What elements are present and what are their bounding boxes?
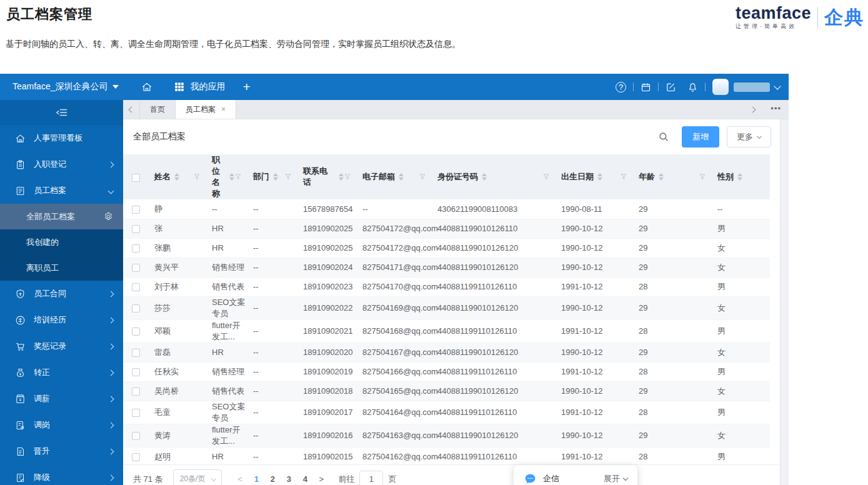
tabs-scroll-right-button[interactable] (744, 108, 761, 112)
goto-page-input[interactable] (359, 471, 383, 485)
row-checkbox[interactable] (132, 264, 140, 272)
cell: 1991-10-12 (555, 319, 632, 342)
table-row[interactable]: 刘于林销售代表--18910902023827504170@qq.com4408… (123, 277, 770, 296)
filter-button[interactable] (344, 173, 351, 181)
sort-carets-icon[interactable] (174, 173, 179, 181)
tab-首页[interactable]: 首页 (139, 100, 176, 119)
filter-button[interactable] (234, 173, 242, 181)
table-row[interactable]: 雷磊HR--18910902020827504167@qq.com4408811… (123, 342, 770, 362)
tabs-more-button[interactable]: ••• (771, 104, 781, 113)
row-checkbox[interactable] (132, 349, 140, 357)
table-row[interactable]: 吴尚桥销售代表--18910902018827504165@qq.com4408… (123, 381, 770, 401)
sidebar-item-调岗[interactable]: 调岗 (0, 412, 123, 438)
sort-carets-icon[interactable] (399, 173, 404, 181)
row-checkbox[interactable] (132, 453, 140, 461)
sidebar-item-转正[interactable]: 转正 (0, 359, 123, 386)
add-button[interactable]: 新增 (682, 126, 719, 148)
tabs-scroll-left-button[interactable] (123, 100, 139, 119)
row-checkbox[interactable] (132, 388, 140, 396)
sidebar-subitem-离职员工[interactable]: 离职员工 (0, 255, 123, 281)
sidebar-item-降级[interactable]: 降级 (0, 464, 123, 485)
page-number-3[interactable]: 3 (281, 474, 297, 484)
sidebar-subitem-我创建的[interactable]: 我创建的 (0, 229, 123, 255)
row-checkbox[interactable] (132, 304, 140, 312)
row-checkbox[interactable] (132, 206, 140, 214)
close-icon[interactable]: × (221, 106, 226, 113)
sidebar-collapse-button[interactable] (0, 100, 123, 125)
filter-button[interactable] (699, 173, 706, 181)
chat-expand-button[interactable]: 展开 (604, 473, 627, 484)
sidebar-subitem-全部员工档案[interactable]: 全部员工档案 (0, 204, 123, 229)
sort-carets-icon[interactable] (229, 173, 234, 181)
table-row[interactable]: 邓颖flutter开发工...--18910902021827504168@qq… (123, 319, 770, 342)
table-row[interactable]: 莎莎SEO文案专员--18910902022827504169@qq.com44… (123, 296, 770, 319)
row-checkbox[interactable] (132, 328, 140, 336)
prev-page-button[interactable]: < (232, 474, 248, 484)
compose-button[interactable] (666, 82, 676, 92)
home-button[interactable] (141, 81, 152, 92)
page-size-value: 20条/页 (180, 474, 206, 483)
row-checkbox[interactable] (132, 409, 140, 417)
chat-widget[interactable]: 企信 展开 (514, 465, 637, 485)
filter-button[interactable] (284, 173, 292, 181)
sidebar-item-入职登记[interactable]: 入职登记 (0, 151, 123, 178)
table-row[interactable]: 张鹏HR--18910902025827504172@qq.com4408811… (123, 238, 770, 258)
filter-button[interactable] (620, 173, 627, 181)
notifications-button[interactable] (687, 82, 698, 92)
filter-button[interactable] (193, 173, 201, 181)
search-button[interactable] (658, 131, 669, 142)
sort-carets-icon[interactable] (737, 173, 742, 181)
sidebar-item-晋升[interactable]: 晋升 (0, 438, 123, 464)
sort-desc-icon (339, 178, 344, 181)
tab-员工档案[interactable]: 员工档案× (176, 100, 236, 119)
filter-button[interactable] (542, 173, 550, 181)
scrollbar-track[interactable] (780, 119, 789, 485)
sidebar-item-员工档案[interactable]: 员工档案 (0, 178, 123, 204)
sidebar-item-人事管理看板[interactable]: 人事管理看板 (0, 125, 123, 151)
page-number-4[interactable]: 4 (297, 474, 313, 484)
divider (705, 82, 706, 91)
cell: 1990-10-12 (555, 258, 632, 277)
row-checkbox[interactable] (132, 225, 140, 233)
sidebar-item-员工合同[interactable]: 员工合同 (0, 281, 123, 307)
row-checkbox[interactable] (132, 432, 140, 440)
row-checkbox[interactable] (132, 283, 140, 291)
row-checkbox[interactable] (132, 244, 140, 252)
view-settings-button[interactable] (104, 212, 113, 221)
select-all-checkbox[interactable] (132, 174, 140, 182)
table-row[interactable]: 黄涛flutter开发工...--18910902016827504163@qq… (123, 424, 770, 447)
sort-carets-icon[interactable] (273, 173, 278, 181)
sort-asc-icon (273, 173, 278, 176)
table-row[interactable]: 毛童SEO文案专员--18910902017827504164@qq.com44… (123, 401, 770, 424)
table-row[interactable]: 张HR--18910902025827504172@qq.com44088119… (123, 219, 770, 238)
page-number-1[interactable]: 1 (248, 474, 264, 484)
next-page-button[interactable]: > (313, 474, 329, 484)
more-button[interactable]: 更多 (727, 126, 771, 148)
sort-carets-icon[interactable] (659, 173, 664, 181)
company-switcher[interactable]: Teamface_深圳企典公司 (12, 81, 119, 92)
table-row[interactable]: 黄兴平销售经理--18910902024827504171@qq.com4408… (123, 258, 770, 277)
page-number-2[interactable]: 2 (264, 474, 281, 484)
row-checkbox[interactable] (132, 368, 140, 376)
table-row[interactable]: 赵明HR--18910902015827504162@qq.com4408811… (123, 447, 770, 464)
calendar-button[interactable] (641, 82, 651, 92)
add-app-button[interactable]: + (242, 81, 250, 93)
sidebar-item-培训经历[interactable]: 培训经历 (0, 307, 123, 333)
table-row[interactable]: 任秋实销售经理--18910902019827504166@qq.com4408… (123, 362, 770, 381)
sort-carets-icon[interactable] (597, 173, 602, 181)
filter-button[interactable] (419, 173, 426, 181)
page-size-select[interactable]: 20条/页 (173, 469, 222, 485)
sort-carets-icon[interactable] (482, 173, 487, 181)
my-apps-button[interactable]: 我的应用 (174, 81, 225, 92)
cell: HR (206, 342, 247, 362)
cell: -- (247, 319, 297, 342)
user-menu[interactable] (712, 79, 780, 95)
sort-carets-icon[interactable] (339, 173, 344, 181)
table-row[interactable]: 静----15678987654--4306211990081100831990… (123, 199, 770, 219)
cell: 男 (711, 319, 770, 342)
help-button[interactable]: ? (616, 82, 626, 92)
sidebar-item-调薪[interactable]: 调薪 (0, 386, 123, 412)
sidebar-item-奖惩记录[interactable]: 奖惩记录 (0, 333, 123, 359)
sidebar-subitem-label: 离职员工 (26, 262, 59, 274)
sort-asc-icon (174, 173, 179, 176)
